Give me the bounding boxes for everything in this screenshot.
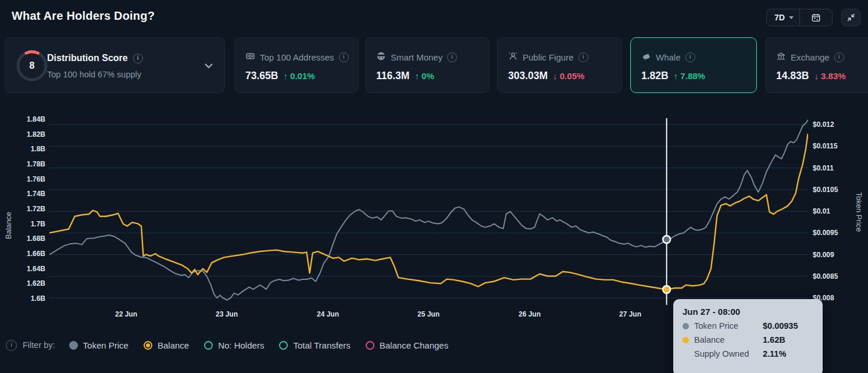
stat-card-value: 116.3M (376, 70, 409, 82)
tooltip-row-label: Balance (694, 335, 763, 344)
series-dot (683, 337, 689, 343)
calendar-button[interactable] (800, 13, 832, 23)
series-dot (683, 323, 689, 329)
stat-card-header: Top 100 Addressesi (245, 51, 349, 63)
incognito-icon (376, 51, 386, 63)
stat-card-change: ↑ 0% (415, 71, 434, 81)
stat-card-label: Whale (656, 52, 681, 62)
y-axis-tick-left: 1.62B (5, 279, 45, 287)
distribution-score-subtitle: Top 100 hold 67% supply (47, 70, 141, 79)
filter-label: Balance (158, 340, 189, 350)
tooltip-title: Jun 27 - 08:00 (683, 307, 813, 317)
filter-label: Token Price (83, 340, 128, 350)
x-axis-tick: 23 Jun (206, 310, 247, 318)
collapse-icon (846, 13, 856, 22)
page-title: What Are Holders Doing? (12, 9, 155, 23)
stat-card-change: ↓ 3.83% (814, 71, 845, 81)
stat-card-values: 73.65B↑ 0.01% (245, 70, 315, 82)
tooltip-row-value: 1.62B (763, 335, 785, 344)
tooltip-row-value: 2.11% (763, 349, 786, 358)
tooltip-row-label: Supply Owned (694, 349, 763, 358)
filter-balance-changes[interactable]: Balance Changes (366, 340, 448, 350)
y-axis-tick-left: 1.82B (5, 130, 45, 138)
y-axis-title-right: Token Price (855, 177, 863, 247)
stat-card-values: 14.83B↓ 3.83% (776, 70, 846, 82)
info-icon[interactable]: i (685, 52, 695, 62)
filter-token-price[interactable]: Token Price (69, 340, 128, 350)
info-icon[interactable]: i (133, 54, 143, 63)
chart-tooltip: Jun 27 - 08:00 Token Price$0.00935Balanc… (673, 299, 823, 373)
stat-card-label: Exchange (791, 52, 830, 62)
y-axis-tick-left: 1.64B (5, 265, 45, 273)
x-axis-tick: 27 Jun (610, 310, 651, 318)
holders-dashboard: What Are Holders Doing? 7D 8 (0, 0, 868, 373)
chevron-down-icon[interactable] (205, 63, 213, 69)
whale-icon (641, 51, 651, 63)
stat-card-label: Public Figure (523, 52, 574, 62)
filter-label: Total Transfers (293, 340, 350, 350)
stat-card-value: 303.03M (508, 70, 548, 82)
info-icon[interactable]: i (6, 340, 17, 351)
distribution-score-value: 8 (16, 49, 48, 82)
filter-bar: i Filter by: Token PriceBalanceNo: Holde… (6, 338, 463, 352)
series-dot (683, 351, 689, 357)
time-range-selector[interactable]: 7D (766, 9, 833, 26)
y-axis-tick-right: $0.0095 (813, 229, 838, 237)
info-icon[interactable]: i (339, 52, 349, 62)
stat-card-values: 1.82B↑ 7.88% (641, 70, 705, 82)
y-axis-tick-right: $0.0115 (813, 142, 838, 150)
distribution-score-label: Distribution Score (47, 53, 128, 63)
time-range-value[interactable]: 7D (774, 13, 785, 22)
holders-chart[interactable] (49, 113, 808, 307)
info-icon[interactable]: i (834, 52, 844, 62)
stat-card-change: ↓ 0.05% (553, 71, 584, 81)
filter-no-holders[interactable]: No: Holders (204, 340, 264, 350)
stat-card-header: Smart Moneyi (376, 51, 457, 63)
y-axis-tick-left: 1.78B (5, 160, 45, 168)
stat-card-header: Public Figurei (508, 51, 588, 63)
stat-card-exchange[interactable]: Exchangei14.83B↓ 3.83% (765, 37, 868, 93)
tooltip-row-value: $0.00935 (763, 321, 798, 331)
y-axis-tick-right: $0.0105 (813, 186, 838, 194)
y-axis-tick-right: $0.012 (813, 120, 834, 129)
tooltip-row-label: Token Price (694, 321, 763, 331)
y-axis-tick-left: 1.6B (5, 294, 45, 303)
info-icon[interactable]: i (447, 52, 457, 62)
stat-card-values: 303.03M↓ 0.05% (508, 70, 584, 82)
tooltip-row: Balance1.62B (683, 335, 813, 344)
stat-card-header: Whalei (641, 51, 695, 63)
stat-card-label: Top 100 Addresses (260, 52, 334, 62)
stat-card-label: Smart Money (391, 52, 442, 62)
bank-icon (776, 51, 786, 63)
stat-card-values: 116.3M↑ 0% (376, 70, 434, 82)
x-axis-tick: 26 Jun (509, 310, 550, 318)
y-axis-tick-right: $0.01 (813, 207, 830, 215)
stat-card-change: ↑ 0.01% (283, 71, 315, 81)
distribution-score-title: Distribution Score i (47, 53, 143, 63)
y-axis-tick-right: $0.009 (813, 251, 834, 259)
x-axis-tick: 25 Jun (408, 310, 449, 318)
y-axis-tick-right: $0.011 (813, 164, 834, 172)
filter-balance[interactable]: Balance (144, 340, 189, 350)
stat-card-whale[interactable]: Whalei1.82B↑ 7.88% (630, 37, 757, 93)
y-axis-tick-right: $0.0085 (813, 272, 838, 280)
y-axis-tick-left: 1.8B (5, 145, 45, 153)
tooltip-row: Token Price$0.00935 (683, 321, 813, 331)
chevron-down-icon (789, 16, 794, 22)
x-axis-tick: 22 Jun (106, 310, 147, 318)
stat-card-change: ↑ 7.88% (674, 71, 705, 81)
collapse-button[interactable] (841, 9, 860, 26)
stat-card-value: 73.65B (245, 70, 278, 82)
stat-card-public-figure[interactable]: Public Figurei303.03M↓ 0.05% (497, 37, 622, 93)
stat-card-smart-money[interactable]: Smart Moneyi116.3M↑ 0% (365, 37, 490, 93)
info-icon[interactable]: i (578, 52, 588, 62)
distribution-score-card[interactable]: 8 Distribution Score i Top 100 hold 67% … (5, 37, 225, 93)
tooltip-row: Supply Owned2.11% (683, 349, 813, 358)
stat-card-value: 1.82B (641, 70, 669, 82)
filter-label: No: Holders (218, 340, 264, 350)
filter-label: Balance Changes (380, 340, 448, 350)
stat-card-value: 14.83B (776, 70, 809, 82)
stat-card-top100[interactable]: Top 100 Addressesi73.65B↑ 0.01% (234, 37, 359, 93)
filter-total-transfers[interactable]: Total Transfers (279, 340, 350, 350)
filter-by-label: Filter by: (23, 340, 55, 350)
